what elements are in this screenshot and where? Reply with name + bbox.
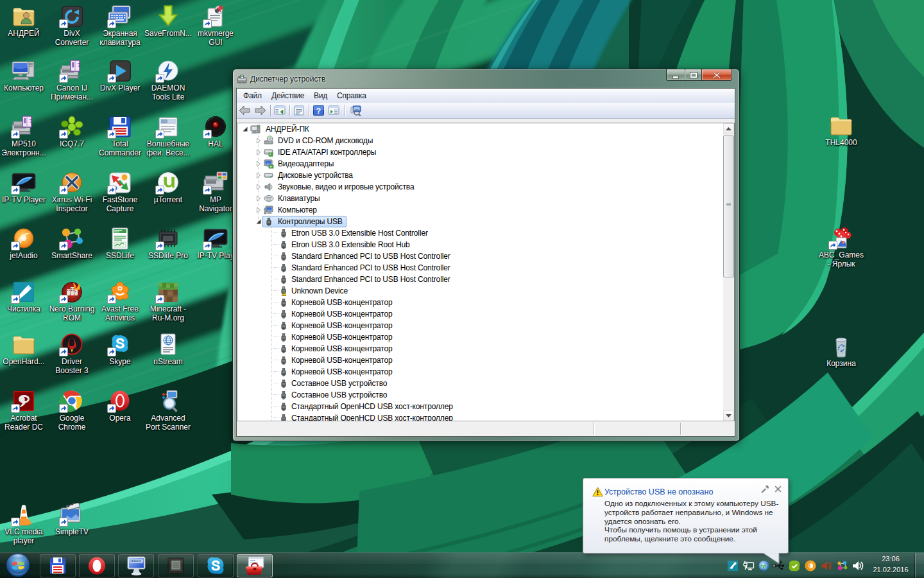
- svg-text:?: ?: [78, 62, 81, 68]
- svg-text:?: ?: [316, 107, 321, 116]
- svg-text:?: ?: [30, 118, 33, 124]
- svg-text:a: a: [842, 239, 845, 245]
